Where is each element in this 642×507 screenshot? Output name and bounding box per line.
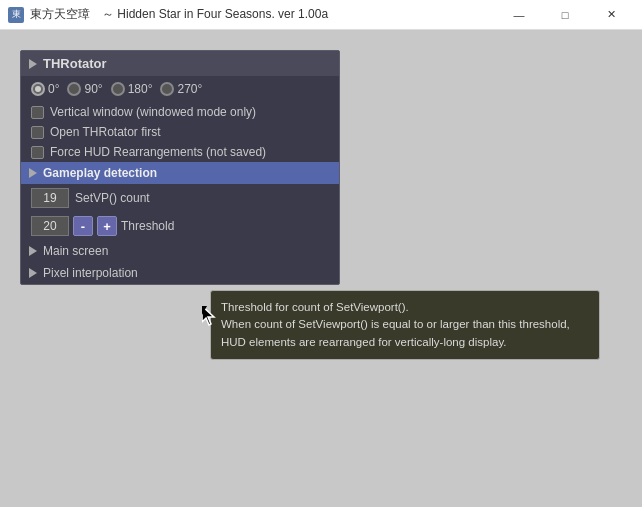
force-hud-checkbox-row[interactable]: Force HUD Rearrangements (not saved) (21, 142, 339, 162)
throtator-panel: THRotator 0° 90° 180° 270° Vert (20, 50, 340, 285)
gameplay-detection-header: Gameplay detection (21, 162, 339, 184)
panel-header: THRotator (21, 51, 339, 76)
main-screen-label: Main screen (43, 244, 108, 258)
vertical-window-label: Vertical window (windowed mode only) (50, 105, 256, 119)
radio-circle-90[interactable] (67, 82, 81, 96)
main-screen-expand-icon (29, 246, 37, 256)
pixel-interpolation-label: Pixel interpolation (43, 266, 138, 280)
section-title: Gameplay detection (43, 166, 157, 180)
pixel-interpolation-row[interactable]: Pixel interpolation (21, 262, 339, 284)
maximize-button[interactable]: □ (542, 0, 588, 30)
pixel-interpolation-expand-icon (29, 268, 37, 278)
tooltip-line3: HUD elements are rearranged for vertical… (221, 336, 507, 348)
open-throtator-checkbox-row[interactable]: Open THRotator first (21, 122, 339, 142)
svg-marker-0 (202, 306, 214, 325)
main-screen-row[interactable]: Main screen (21, 240, 339, 262)
close-button[interactable]: ✕ (588, 0, 634, 30)
setvp-value: 19 (31, 188, 69, 208)
section-collapse-icon (29, 168, 37, 178)
radio-270deg[interactable]: 270° (160, 82, 202, 96)
rotation-radio-row: 0° 90° 180° 270° (21, 76, 339, 102)
main-content: THRotator 0° 90° 180° 270° Vert (0, 30, 642, 507)
radio-180deg[interactable]: 180° (111, 82, 153, 96)
title-bar-left: 東 東方天空璋 ～ Hidden Star in Four Seasons. v… (8, 6, 328, 23)
threshold-decrement-button[interactable]: - (73, 216, 93, 236)
threshold-tooltip: Threshold for count of SetViewport(). Wh… (210, 290, 600, 360)
radio-circle-180[interactable] (111, 82, 125, 96)
minimize-button[interactable]: — (496, 0, 542, 30)
force-hud-checkbox[interactable] (31, 146, 44, 159)
threshold-row: 20 - + Threshold (21, 212, 339, 240)
window-controls: — □ ✕ (496, 0, 634, 30)
radio-0deg[interactable]: 0° (31, 82, 59, 96)
title-bar: 東 東方天空璋 ～ Hidden Star in Four Seasons. v… (0, 0, 642, 30)
vertical-window-checkbox[interactable] (31, 106, 44, 119)
window-title: 東方天空璋 ～ Hidden Star in Four Seasons. ver… (30, 6, 328, 23)
app-icon: 東 (8, 7, 24, 23)
setvp-count-row: 19 SetVP() count (21, 184, 339, 212)
open-throtator-label: Open THRotator first (50, 125, 160, 139)
threshold-value: 20 (31, 216, 69, 236)
force-hud-label: Force HUD Rearrangements (not saved) (50, 145, 266, 159)
setvp-label: SetVP() count (75, 191, 150, 205)
threshold-increment-button[interactable]: + (97, 216, 117, 236)
tooltip-line2: When count of SetViewport() is equal to … (221, 318, 570, 330)
vertical-window-checkbox-row[interactable]: Vertical window (windowed mode only) (21, 102, 339, 122)
radio-circle-270[interactable] (160, 82, 174, 96)
radio-circle-0[interactable] (31, 82, 45, 96)
open-throtator-checkbox[interactable] (31, 126, 44, 139)
panel-title: THRotator (43, 56, 107, 71)
collapse-icon (29, 59, 37, 69)
radio-90deg[interactable]: 90° (67, 82, 102, 96)
tooltip-line1: Threshold for count of SetViewport(). (221, 301, 409, 313)
threshold-label: Threshold (121, 219, 174, 233)
mouse-cursor (202, 306, 214, 324)
